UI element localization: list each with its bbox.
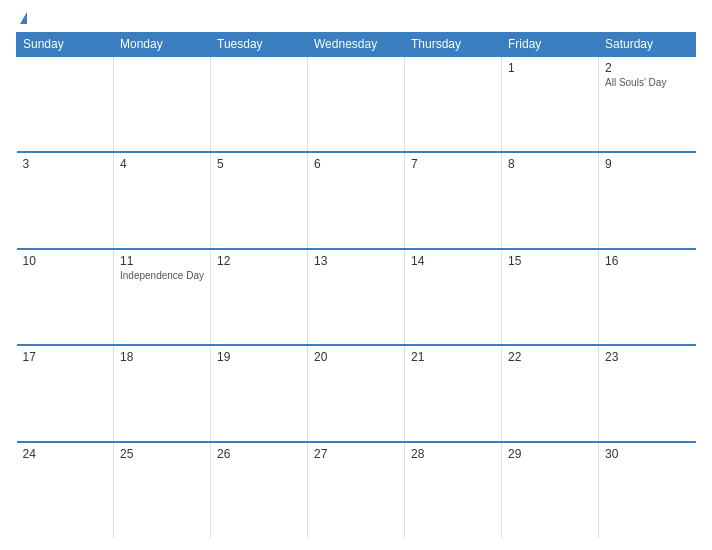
day-number: 10 [23,254,108,268]
day-number: 1 [508,61,592,75]
calendar-cell: 6 [308,152,405,248]
calendar-cell [17,56,114,152]
calendar-cell: 18 [114,345,211,441]
day-number: 6 [314,157,398,171]
calendar-cell [114,56,211,152]
weekday-header-sunday: Sunday [17,33,114,57]
calendar-header [16,12,696,24]
calendar-cell: 13 [308,249,405,345]
day-number: 3 [23,157,108,171]
logo [16,12,27,24]
day-number: 11 [120,254,204,268]
day-number: 14 [411,254,495,268]
day-number: 27 [314,447,398,461]
calendar-cell: 28 [405,442,502,538]
calendar-cell: 4 [114,152,211,248]
calendar-cell: 3 [17,152,114,248]
calendar-cell: 2All Souls' Day [599,56,696,152]
day-number: 4 [120,157,204,171]
day-number: 28 [411,447,495,461]
week-row-2: 3456789 [17,152,696,248]
calendar-cell: 10 [17,249,114,345]
week-row-3: 1011Independence Day1213141516 [17,249,696,345]
calendar-cell: 7 [405,152,502,248]
calendar-cell: 27 [308,442,405,538]
day-number: 20 [314,350,398,364]
weekday-header-saturday: Saturday [599,33,696,57]
calendar-cell: 12 [211,249,308,345]
day-number: 25 [120,447,204,461]
day-number: 9 [605,157,690,171]
calendar-cell: 9 [599,152,696,248]
day-number: 30 [605,447,690,461]
day-number: 12 [217,254,301,268]
calendar-cell: 22 [502,345,599,441]
holiday-label: Independence Day [120,270,204,281]
day-number: 24 [23,447,108,461]
day-number: 29 [508,447,592,461]
calendar-cell: 16 [599,249,696,345]
calendar-cell: 25 [114,442,211,538]
calendar-cell: 8 [502,152,599,248]
weekday-header-tuesday: Tuesday [211,33,308,57]
weekday-header-row: SundayMondayTuesdayWednesdayThursdayFrid… [17,33,696,57]
holiday-label: All Souls' Day [605,77,690,88]
calendar-cell: 26 [211,442,308,538]
calendar-cell [405,56,502,152]
calendar-cell: 11Independence Day [114,249,211,345]
calendar-cell: 20 [308,345,405,441]
day-number: 21 [411,350,495,364]
calendar-cell [211,56,308,152]
day-number: 17 [23,350,108,364]
day-number: 15 [508,254,592,268]
calendar-cell: 1 [502,56,599,152]
day-number: 13 [314,254,398,268]
week-row-1: 12All Souls' Day [17,56,696,152]
calendar-cell: 24 [17,442,114,538]
day-number: 19 [217,350,301,364]
calendar-page: SundayMondayTuesdayWednesdayThursdayFrid… [0,0,712,550]
day-number: 2 [605,61,690,75]
calendar-cell: 23 [599,345,696,441]
day-number: 7 [411,157,495,171]
week-row-4: 17181920212223 [17,345,696,441]
weekday-header-monday: Monday [114,33,211,57]
week-row-5: 24252627282930 [17,442,696,538]
calendar-cell: 19 [211,345,308,441]
day-number: 18 [120,350,204,364]
calendar-cell: 15 [502,249,599,345]
calendar-cell [308,56,405,152]
weekday-header-thursday: Thursday [405,33,502,57]
day-number: 8 [508,157,592,171]
logo-triangle-icon [20,12,27,24]
calendar-cell: 5 [211,152,308,248]
day-number: 26 [217,447,301,461]
weekday-header-wednesday: Wednesday [308,33,405,57]
day-number: 5 [217,157,301,171]
calendar-cell: 21 [405,345,502,441]
day-number: 16 [605,254,690,268]
day-number: 22 [508,350,592,364]
calendar-cell: 17 [17,345,114,441]
calendar-table: SundayMondayTuesdayWednesdayThursdayFrid… [16,32,696,538]
weekday-header-friday: Friday [502,33,599,57]
calendar-cell: 29 [502,442,599,538]
calendar-cell: 30 [599,442,696,538]
calendar-cell: 14 [405,249,502,345]
day-number: 23 [605,350,690,364]
